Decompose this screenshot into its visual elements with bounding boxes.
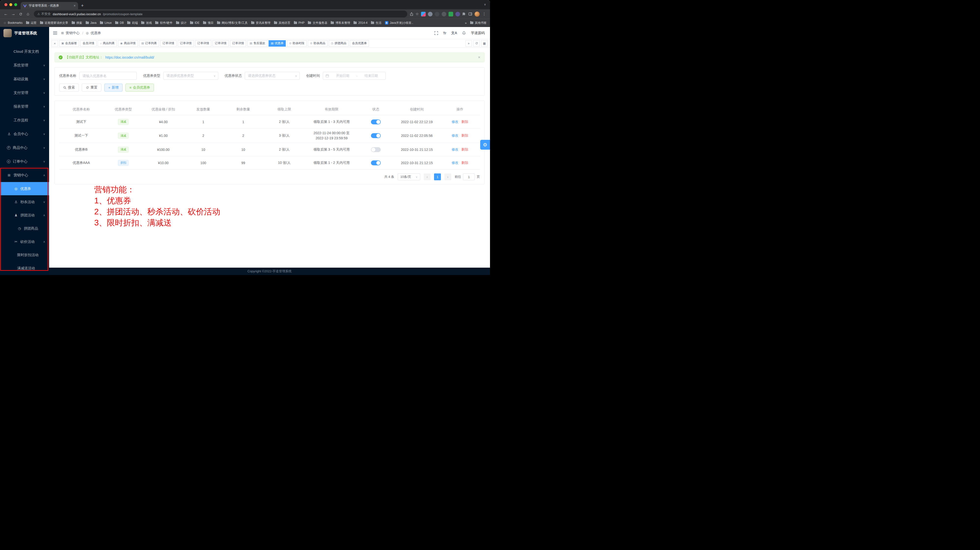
share-icon[interactable] [410,12,414,16]
bookmark-item[interactable]: Linux [100,21,112,25]
sidebar-menu-item[interactable]: ♙ 会员中心 ∨ [0,127,49,141]
language-icon[interactable]: 文A [451,31,457,35]
extension-icon[interactable] [449,12,453,16]
sidebar-menu-item[interactable]: 支付管理 ∨ [0,86,49,100]
delete-link[interactable]: 删除 [461,120,468,124]
fullscreen-icon[interactable] [434,31,438,35]
bookmark-item[interactable]: B Java开发|小组首.. [385,21,413,25]
tag-tab[interactable]: ⊙ 秒杀商品 [308,40,328,47]
bookmark-item[interactable]: 近期需要读的文章 [40,21,68,25]
tag-tab[interactable]: 订单详情 [195,40,212,47]
coupon-type-select[interactable]: 请选择优惠券类型 ∨ [163,72,218,80]
bookmark-item[interactable]: ☆ Bookmarks [3,21,22,25]
sidebar-menu-item[interactable]: 工作流程 ∨ [0,113,49,127]
sidebar-menu-item[interactable]: ◎ 优惠券 [0,182,49,195]
status-toggle[interactable] [371,160,381,165]
tag-tab[interactable]: ▣ 会员标签 [59,40,79,47]
bookmark-item[interactable]: 搜索 [72,21,82,25]
bookmark-item[interactable]: PHP [294,21,305,25]
bookmark-item[interactable]: 运营 [26,21,37,25]
extension-icon[interactable] [421,12,426,16]
bookmark-item[interactable]: 文件服务器 [308,21,327,25]
other-bookmarks[interactable]: 其他书签 [470,21,487,25]
prev-page-icon[interactable]: ‹ [424,173,431,180]
delete-link[interactable]: 删除 [461,133,468,138]
extension-icon[interactable] [455,12,460,16]
goto-page-input[interactable] [463,173,475,180]
banner-doc-link[interactable]: https://doc.iocoder.cn/mall/build/ [105,55,154,59]
layout-grid-icon[interactable]: ▦ [481,40,488,47]
browser-tab[interactable]: 芋道管理系统 - 优惠券 × [21,2,78,10]
coupon-status-select[interactable]: 请选择优惠券状态 ∨ [245,72,300,80]
side-panel-icon[interactable] [468,12,473,16]
bookmark-item[interactable]: 2014-4 [353,21,367,25]
status-toggle[interactable] [371,133,381,138]
bookmark-item[interactable]: Java [86,21,97,25]
tag-tab[interactable]: ○ 商品列表 [98,40,117,47]
breadcrumb-marketing[interactable]: 营销中心 [66,31,80,35]
back-icon[interactable]: ← [2,11,10,17]
sidebar-menu-item[interactable]: ✂ 砍价活动 ∧ [0,235,49,248]
home-icon[interactable]: ⌂ [25,11,32,17]
close-window-button[interactable] [5,3,7,6]
security-status[interactable]: ⚠ 不安全 [37,12,51,16]
tags-scroll-right-icon[interactable]: » [465,40,472,47]
reset-button[interactable]: 重置 [82,84,102,92]
hamburger-menu-icon[interactable] [53,31,57,35]
tag-tab[interactable]: 订单详情 [160,40,177,47]
edit-link[interactable]: 修改 [452,161,458,165]
font-size-icon[interactable]: Tr [443,31,446,35]
sidebar-menu-item[interactable]: ♟ 拼团活动 ∧ [0,209,49,222]
tag-tab[interactable]: ▤ 优惠券 [269,40,285,47]
reload-icon[interactable] [17,11,24,17]
bookmark-item[interactable]: 游戏 [141,21,152,25]
tag-tab[interactable]: ▤ 订单列表 [139,40,159,47]
member-coupon-button[interactable]: ≡ 会员优惠券 [126,84,154,92]
minimize-window-button[interactable] [10,3,12,6]
coupon-name-input[interactable] [79,72,137,80]
tag-tab[interactable]: ⊙ 秒杀时段 [287,40,307,47]
settings-fab[interactable]: ⚙ [480,140,490,150]
tag-tab[interactable]: ◷ 拼团商品 [329,40,348,47]
sidebar-menu-item[interactable]: Cloud 开发文档 [0,44,49,59]
bookmark-item[interactable]: 软件/硬件 [155,21,172,25]
sidebar-menu-item[interactable]: e 订单中心 ∨ [0,155,49,168]
sidebar-menu-item[interactable]: ♙ 秒杀活动 ∨ [0,195,49,209]
new-tab-button[interactable]: + [81,3,84,8]
bookmark-item[interactable]: 其他语言 [274,21,290,25]
profile-avatar[interactable] [474,11,480,17]
tag-tab[interactable]: 订单详情 [213,40,229,47]
bookmarks-overflow-icon[interactable]: » [465,21,467,25]
sidebar-menu-item[interactable]: 满减送活动 [0,262,49,275]
delete-link[interactable]: 删除 [461,161,468,165]
sidebar-menu-item[interactable]: 基础设施 ∨ [0,72,49,86]
sidebar-menu-item[interactable]: ⊞ 营销中心 ∧ [0,168,49,182]
bookmark-item[interactable]: DB [115,21,124,25]
tag-tab[interactable]: 订单详情 [230,40,246,47]
bookmark-item[interactable]: 前端 [127,21,138,25]
status-toggle[interactable] [371,147,381,152]
extension-icon[interactable] [435,12,439,16]
status-toggle[interactable] [371,119,381,124]
tag-tab[interactable]: ◉ 商品详情 [118,40,138,47]
edit-link[interactable]: 修改 [452,147,458,152]
sidebar-menu-item[interactable]: ◷ 拼团商品 [0,222,49,235]
date-range-picker[interactable]: 开始日期 - 结束日期 [323,72,386,80]
app-logo[interactable]: 芋道管理系统 [0,27,49,39]
tag-tab[interactable]: 订单详情 [178,40,194,47]
banner-close-icon[interactable]: × [478,55,480,60]
tags-scroll-left-icon[interactable]: « [52,40,58,47]
tag-tab[interactable]: 会员优惠券 [350,40,369,47]
bell-icon[interactable] [462,31,466,35]
tag-tab[interactable]: 会员详情 [80,40,97,47]
bookmark-item[interactable]: 网站/博客/文章/工具 [217,21,248,25]
bookmark-item[interactable]: 博客未整理 [331,21,350,25]
bookmark-item[interactable]: 项目 [203,21,213,25]
extension-icon[interactable] [428,12,433,16]
bookmark-star-icon[interactable]: ☆ [415,12,419,16]
extension-icon[interactable] [442,12,446,16]
edit-link[interactable]: 修改 [452,133,458,138]
forward-icon[interactable]: → [10,11,17,17]
tags-refresh-icon[interactable] [473,40,480,47]
sidebar-menu-item[interactable]: 报表管理 ∨ [0,100,49,113]
